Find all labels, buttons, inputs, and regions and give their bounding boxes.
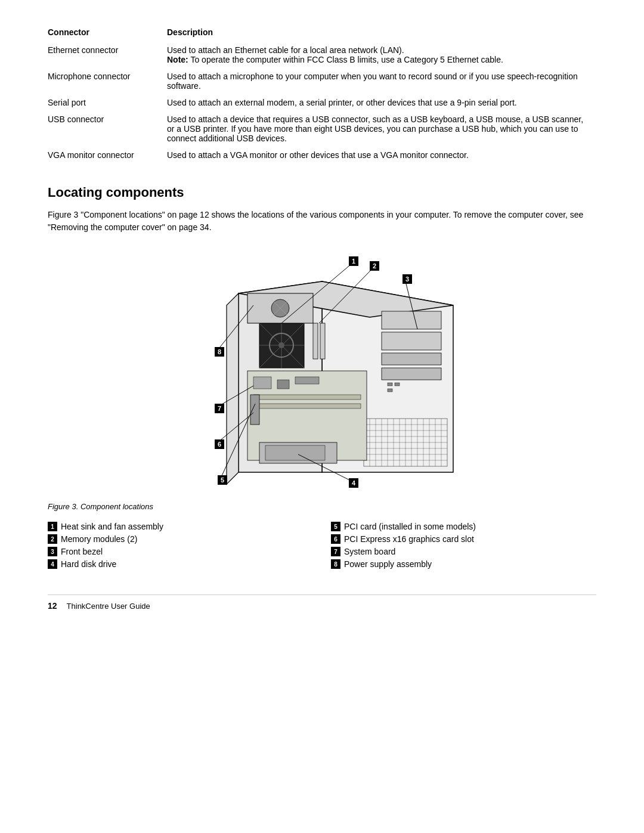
connector-note: Note: To operate the computer within FCC…	[167, 55, 592, 64]
svg-rect-10	[388, 389, 392, 392]
component-list-left: 1Heat sink and fan assembly2Memory modul…	[48, 521, 313, 571]
component-badge: 5	[331, 522, 340, 531]
svg-rect-44	[295, 377, 319, 384]
svg-text:2: 2	[373, 262, 376, 270]
table-row: Ethernet connectorUsed to attach an Ethe…	[48, 42, 596, 68]
table-row: Microphone connectorUsed to attach a mic…	[48, 68, 596, 94]
computer-illustration: 1 2 3 4 5 6 7	[167, 246, 477, 496]
svg-marker-3	[227, 293, 239, 484]
table-row: Serial portUsed to attach an external mo…	[48, 94, 596, 111]
connector-description: Used to attach a VGA monitor or other de…	[167, 147, 596, 163]
svg-rect-43	[277, 380, 289, 389]
component-label: PCI Express x16 graphics card slot	[344, 533, 474, 546]
footer-text: ThinkCentre User Guide	[67, 602, 150, 611]
svg-rect-40	[320, 323, 325, 359]
component-label: Power supply assembly	[344, 558, 432, 571]
component-label: Heat sink and fan assembly	[61, 521, 163, 533]
list-item: 1Heat sink and fan assembly	[48, 521, 313, 533]
svg-rect-8	[388, 383, 392, 386]
section-paragraph: Figure 3 "Component locations" on page 1…	[48, 209, 596, 234]
svg-rect-9	[395, 383, 400, 386]
component-label: Hard disk drive	[61, 558, 116, 571]
footer-page: 12	[48, 601, 57, 611]
section-title: Locating components	[48, 185, 596, 200]
connector-name: Ethernet connector	[48, 42, 167, 68]
svg-rect-6	[382, 353, 441, 365]
list-item: 3Front bezel	[48, 546, 313, 558]
connector-description: Used to attach an Ethernet cable for a l…	[167, 42, 596, 68]
component-badge: 7	[331, 547, 340, 556]
component-label: System board	[344, 546, 395, 558]
component-list-right: 5PCI card (installed in some models)6PCI…	[331, 521, 596, 571]
col1-header: Connector	[48, 24, 167, 42]
svg-text:1: 1	[352, 258, 355, 265]
connector-name: USB connector	[48, 111, 167, 147]
svg-text:4: 4	[352, 479, 356, 487]
svg-text:6: 6	[218, 441, 221, 448]
list-item: 5PCI card (installed in some models)	[331, 521, 596, 533]
table-row: USB connectorUsed to attach a device tha…	[48, 111, 596, 147]
component-badge: 3	[48, 547, 57, 556]
connector-description: Used to attach a microphone to your comp…	[167, 68, 596, 94]
connector-description: Used to attach an external modem, a seri…	[167, 94, 596, 111]
connector-name: VGA monitor connector	[48, 147, 167, 163]
component-label: Memory modules (2)	[61, 533, 137, 546]
svg-rect-39	[313, 323, 318, 359]
component-badge: 1	[48, 522, 57, 531]
list-item: 2Memory modules (2)	[48, 533, 313, 546]
connector-name: Microphone connector	[48, 68, 167, 94]
svg-text:5: 5	[221, 476, 224, 484]
svg-rect-46	[253, 404, 361, 408]
svg-point-38	[278, 342, 284, 348]
svg-text:3: 3	[405, 275, 409, 283]
connector-table: Connector Description Ethernet connector…	[48, 24, 596, 163]
component-badge: 8	[331, 559, 340, 569]
svg-rect-45	[253, 395, 361, 400]
figure-caption: Figure 3. Component locations	[48, 502, 596, 511]
svg-rect-5	[382, 332, 441, 350]
connector-name: Serial port	[48, 94, 167, 111]
component-label: PCI card (installed in some models)	[344, 521, 476, 533]
svg-rect-53	[250, 395, 259, 425]
component-badge: 2	[48, 534, 57, 544]
svg-rect-7	[382, 368, 441, 380]
component-list: 1Heat sink and fan assembly2Memory modul…	[48, 521, 596, 571]
svg-rect-42	[253, 377, 271, 389]
col2-header: Description	[167, 24, 596, 42]
svg-rect-4	[382, 311, 441, 329]
list-item: 6PCI Express x16 graphics card slot	[331, 533, 596, 546]
list-item: 8Power supply assembly	[331, 558, 596, 571]
list-item: 7System board	[331, 546, 596, 558]
figure-container: 1 2 3 4 5 6 7	[48, 246, 596, 496]
svg-rect-48	[265, 445, 325, 460]
svg-text:8: 8	[218, 348, 221, 355]
note-bold: Note:	[167, 55, 188, 64]
component-badge: 4	[48, 559, 57, 569]
component-label: Front bezel	[61, 546, 103, 558]
component-badge: 6	[331, 534, 340, 544]
connector-description: Used to attach a device that requires a …	[167, 111, 596, 147]
list-item: 4Hard disk drive	[48, 558, 313, 571]
svg-text:7: 7	[218, 405, 221, 412]
table-row: VGA monitor connectorUsed to attach a VG…	[48, 147, 596, 163]
footer: 12 ThinkCentre User Guide	[48, 594, 596, 611]
